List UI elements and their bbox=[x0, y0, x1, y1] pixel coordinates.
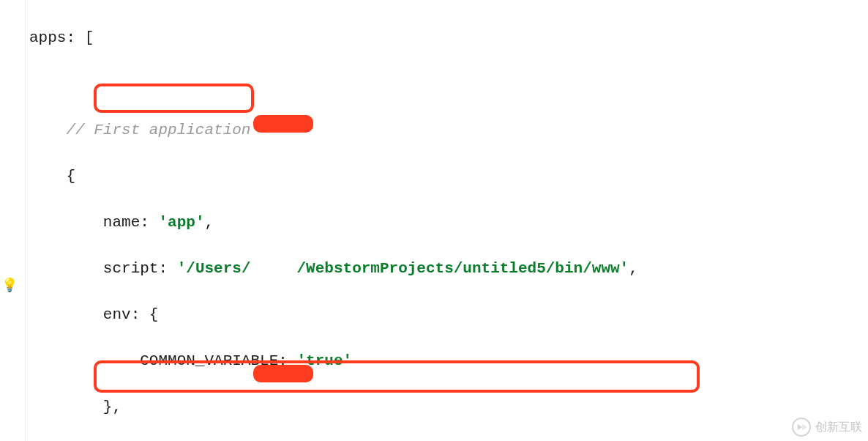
code-string: /WebstormProjects/untitled5/bin/www' bbox=[297, 260, 629, 277]
code-comment: // First application bbox=[66, 122, 250, 138]
code-line: name: 'app', bbox=[29, 211, 868, 234]
code-string: 'true' bbox=[296, 352, 352, 369]
watermark-logo-icon bbox=[792, 418, 811, 437]
watermark: 创新互联 bbox=[792, 418, 862, 437]
code-line: { bbox=[29, 165, 868, 188]
code-editor[interactable]: apps: [ // First application { name: 'ap… bbox=[0, 0, 868, 441]
code-string: '/Users/ bbox=[177, 260, 251, 277]
code-token: script bbox=[103, 260, 159, 277]
code-line: }, bbox=[29, 396, 868, 419]
code-token: : { bbox=[131, 306, 159, 323]
watermark-text: 创新互联 bbox=[815, 420, 862, 435]
code-line: apps: [ bbox=[29, 26, 868, 50]
code-token: env bbox=[103, 306, 131, 323]
code-line bbox=[29, 73, 868, 96]
code-line: // First application bbox=[29, 119, 868, 142]
code-line: COMMON_VARIABLE: 'true' bbox=[29, 349, 868, 373]
code-token: COMMON_VARIABLE bbox=[140, 352, 278, 369]
code-token: name bbox=[103, 214, 140, 231]
code-token: , bbox=[204, 214, 214, 231]
code-token: apps bbox=[29, 29, 66, 46]
code-token: : [ bbox=[66, 29, 94, 46]
code-token: { bbox=[66, 168, 75, 185]
code-token: : bbox=[278, 352, 296, 369]
code-token: , bbox=[629, 260, 638, 277]
code-token: : bbox=[158, 260, 176, 277]
code-line: env: { bbox=[29, 303, 868, 327]
code-string: 'app' bbox=[158, 214, 204, 231]
code-token: : bbox=[140, 214, 158, 231]
code-line: script: '/Users/XXXXX/WebstormProjects/u… bbox=[29, 257, 868, 281]
code-token: }, bbox=[103, 399, 121, 415]
